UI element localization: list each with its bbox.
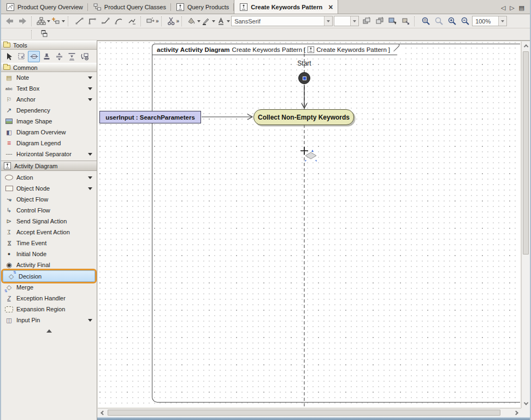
palette-item-expansion-region[interactable]: Expansion Region — [1, 304, 97, 315]
chevron-down-icon[interactable] — [88, 319, 92, 322]
line-oblique-icon[interactable] — [99, 15, 111, 27]
scroll-right-button[interactable] — [512, 409, 521, 417]
chevron-down-icon[interactable] — [88, 153, 92, 156]
activity-diagram-section-header[interactable]: Activity Diagram — [1, 161, 97, 171]
palette-item-send-signal-action[interactable]: Send Signal Action — [1, 216, 97, 227]
back-button[interactable] — [3, 15, 15, 27]
tab-product-query-overview[interactable]: Product Query Overview — [1, 1, 88, 14]
tab-product-query-classes[interactable]: Product Query Classes — [88, 1, 171, 14]
palette-item-object-node[interactable]: Object Node — [1, 183, 97, 194]
zoom-selection-icon[interactable] — [420, 15, 432, 27]
send-to-back-icon[interactable] — [373, 15, 385, 27]
frame-header[interactable]: activity Activity Diagram Create Keyword… — [152, 44, 399, 55]
quick-layout-icon[interactable] — [51, 15, 65, 27]
palette-item-decision[interactable]: Decision — [3, 270, 95, 282]
tab-create-keywords-pattern[interactable]: Create Keywords Pattern× — [234, 0, 338, 14]
palette-item-dependency[interactable]: Dependency — [1, 105, 97, 116]
sticker-tool-button[interactable] — [40, 51, 52, 62]
more-buttons-chevron[interactable]: » — [176, 18, 179, 24]
diagram-windows-icon[interactable] — [38, 28, 50, 40]
palette-item-object-flow[interactable]: Object Flow — [1, 194, 97, 205]
palette-item-control-flow[interactable]: Control Flow — [1, 205, 97, 216]
palette-item-exception-handler[interactable]: Exception Handler — [1, 293, 97, 304]
prev-tab-icon[interactable]: ◁ — [501, 4, 505, 11]
font-size-select[interactable] — [334, 16, 359, 26]
palette-item-diagram-overview[interactable]: Diagram Overview — [1, 127, 97, 138]
font-family-dropdown-icon[interactable] — [324, 16, 332, 26]
zoom-out-icon[interactable] — [459, 15, 471, 27]
scroll-down-button[interactable] — [522, 399, 530, 408]
palette-item-accept-event-action[interactable]: Accept Event Action — [1, 227, 97, 238]
dropdown-caret[interactable] — [197, 20, 200, 22]
horizontal-scroll-thumb[interactable] — [108, 410, 500, 416]
action-collect-keywords[interactable]: Collect Non-Empty Keywords — [253, 109, 354, 125]
palette-item-input-pin[interactable]: Input Pin — [1, 315, 97, 326]
layout-tree-icon[interactable] — [37, 15, 50, 27]
zoom-dropdown-icon[interactable] — [498, 16, 506, 26]
font-color-icon[interactable] — [216, 15, 230, 27]
vertical-scrollbar[interactable] — [521, 42, 530, 408]
palette-item-diagram-legend[interactable]: Diagram Legend — [1, 138, 97, 149]
diagram-canvas[interactable]: activity Activity Diagram Create Keyword… — [98, 42, 520, 407]
vertical-scroll-thumb[interactable] — [523, 51, 529, 255]
close-tab-icon[interactable]: × — [328, 4, 333, 10]
object-node-userinput[interactable]: userInput : SearchParameters — [99, 111, 201, 123]
palette-item-image-shape[interactable]: Image Shape — [1, 116, 97, 127]
line-curved-icon[interactable] — [113, 15, 125, 27]
distribute-tool-button[interactable] — [53, 51, 65, 62]
palette-item-activity-final[interactable]: Activity Final — [1, 259, 97, 270]
palette-item-horizontal-separator[interactable]: Horizontal Separator — [1, 149, 97, 159]
scroll-up-button[interactable] — [522, 42, 530, 50]
palette-item-time-event[interactable]: Time Event — [1, 238, 97, 249]
dropdown-caret[interactable] — [47, 20, 50, 22]
palette-item-initial-node[interactable]: Initial Node — [1, 249, 97, 259]
swap-tool-button[interactable] — [78, 51, 90, 62]
zoom-level-select[interactable]: 100% — [472, 16, 507, 26]
link-tool-button[interactable] — [28, 51, 40, 62]
chevron-down-icon[interactable] — [88, 98, 92, 101]
dropdown-caret[interactable] — [62, 20, 65, 22]
align-tool-button[interactable] — [66, 51, 78, 62]
bring-to-front-icon[interactable] — [360, 15, 372, 27]
palette-scroll-up-button[interactable] — [1, 327, 97, 335]
chevron-down-icon[interactable] — [88, 87, 92, 90]
tab-list-icon[interactable]: ▤ — [519, 4, 524, 11]
line-rectilinear-icon[interactable] — [86, 15, 98, 27]
resize-to-contents-icon[interactable]: » — [146, 15, 158, 27]
toolbar-drag-handle[interactable] — [31, 30, 34, 39]
palette-item-merge[interactable]: Merge — [1, 282, 97, 293]
initial-node[interactable] — [298, 72, 310, 84]
line-straight-icon[interactable] — [73, 15, 85, 27]
initial-node-selection-handle[interactable] — [303, 76, 306, 80]
font-size-dropdown-icon[interactable] — [350, 16, 358, 26]
horizontal-scrollbar[interactable] — [98, 408, 521, 417]
zoom-fit-icon[interactable] — [433, 15, 445, 27]
font-family-select[interactable]: SansSerif — [231, 16, 333, 26]
activity-frame[interactable]: activity Activity Diagram Create Keyword… — [152, 44, 520, 403]
common-section-header[interactable]: Common — [1, 63, 97, 72]
palette-item-text-box[interactable]: Text Box — [1, 83, 97, 94]
zoom-in-icon[interactable] — [446, 15, 458, 27]
dropdown-caret[interactable] — [212, 20, 215, 22]
chevron-down-icon[interactable] — [88, 176, 92, 179]
tools-section-header[interactable]: Tools — [1, 40, 97, 50]
more-buttons-chevron[interactable]: » — [156, 18, 158, 24]
cut-icon[interactable]: » — [167, 15, 179, 27]
fill-color-icon[interactable] — [187, 15, 200, 27]
palette-item-action[interactable]: Action — [1, 172, 97, 183]
refresh-shape-icon[interactable] — [399, 15, 411, 27]
chevron-down-icon[interactable] — [88, 187, 92, 190]
select-tool-button[interactable] — [3, 51, 15, 62]
next-tab-icon[interactable]: ▷ — [510, 4, 514, 11]
select-related-icon[interactable] — [386, 15, 398, 27]
palette-item-anchor[interactable]: Anchor — [1, 94, 97, 105]
line-color-icon[interactable] — [202, 15, 215, 27]
tab-query-products[interactable]: Query Products — [171, 1, 234, 14]
chevron-down-icon[interactable] — [88, 76, 92, 79]
palette-item-note[interactable]: Note — [1, 72, 97, 83]
marquee-tool-button[interactable] — [15, 51, 27, 62]
dropdown-caret[interactable] — [227, 20, 230, 22]
scroll-left-button[interactable] — [98, 409, 107, 417]
line-custom-icon[interactable] — [126, 15, 138, 27]
forward-button[interactable] — [16, 15, 28, 27]
